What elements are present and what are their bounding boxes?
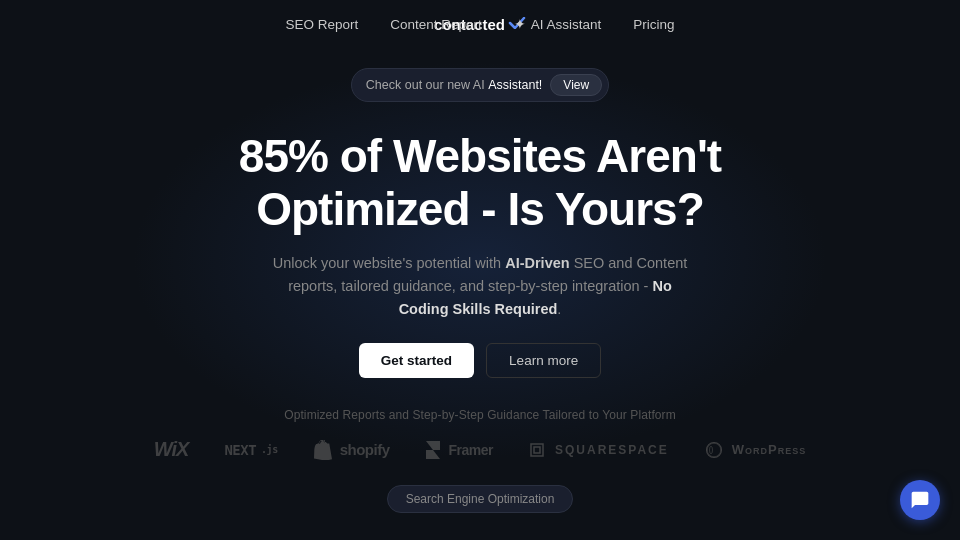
nav-content-report[interactable]: Content Report — [390, 17, 482, 32]
svg-marker-1 — [426, 450, 440, 459]
platforms-section: Optimized Reports and Step-by-Step Guida… — [0, 408, 960, 461]
nav-ai-assistant[interactable]: ✦ AI Assistant — [514, 16, 602, 32]
hero-subtitle: Unlock your website's potential with AI-… — [265, 252, 695, 322]
chat-icon — [910, 490, 930, 510]
get-started-button[interactable]: Get started — [359, 343, 474, 378]
platforms-label: Optimized Reports and Step-by-Step Guida… — [0, 408, 960, 422]
announcement-bar: Check out our new AI Assistant! View — [0, 68, 960, 102]
hero-buttons: Get started Learn more — [20, 343, 940, 378]
hero-section: 85% of Websites Aren't Optimized - Is Yo… — [0, 102, 960, 378]
svg-marker-0 — [426, 441, 440, 450]
seo-section: Search Engine Optimization — [0, 485, 960, 513]
nav-pricing[interactable]: Pricing — [633, 17, 674, 32]
nav-seo-report[interactable]: SEO Report — [285, 17, 358, 32]
wix-logo: WiX — [154, 438, 189, 461]
sparkle-icon: ✦ — [514, 16, 526, 32]
platforms-logos: WiX NEXT.js shopify Framer SQUARESPACE W… — [0, 438, 960, 461]
svg-point-3 — [709, 446, 712, 454]
chat-button[interactable] — [900, 480, 940, 520]
announcement-pill: Check out our new AI Assistant! View — [351, 68, 609, 102]
shopify-logo: shopify — [314, 440, 390, 460]
hero-title: 85% of Websites Aren't Optimized - Is Yo… — [20, 130, 940, 236]
seo-badge: Search Engine Optimization — [387, 485, 574, 513]
nav-links: SEO Report Content Report ✦ AI Assistant… — [285, 16, 674, 32]
framer-logo: Framer — [426, 441, 493, 459]
announcement-text: Check out our new AI Assistant! — [366, 78, 543, 92]
svg-point-2 — [706, 442, 721, 457]
squarespace-logo: SQUARESPACE — [529, 442, 669, 458]
learn-more-button[interactable]: Learn more — [486, 343, 601, 378]
announcement-view-button[interactable]: View — [550, 74, 602, 96]
wordpress-logo: WordPress — [705, 441, 806, 459]
navbar: contacted SEO Report Content Report ✦ AI… — [0, 0, 960, 48]
nextjs-logo: NEXT.js — [224, 442, 277, 458]
